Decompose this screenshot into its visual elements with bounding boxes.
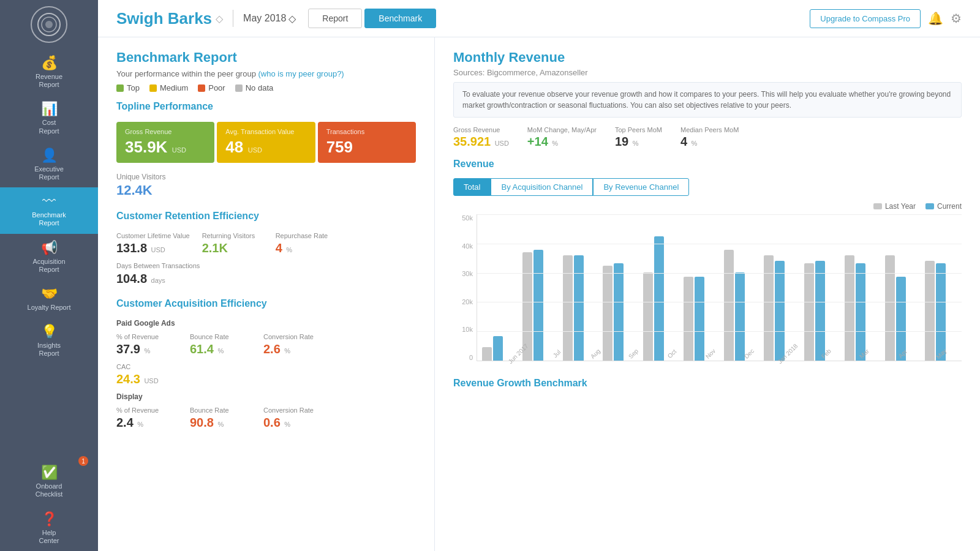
transactions-card: Transactions 759 [318, 122, 416, 163]
sidebar-item-acquisition[interactable]: 📢 AcquisitionReport [0, 234, 98, 280]
date-picker[interactable]: May 2018 ◇ [243, 13, 296, 24]
metric-cards: Gross Revenue 35.9K USD Avg. Transaction… [116, 122, 416, 163]
bar-group-3 [603, 263, 639, 361]
days-between-metric: Days Between Transactions 104.8 days [116, 261, 200, 285]
days-between-unit: days [151, 277, 165, 284]
app-title: Swigh Barks [116, 9, 212, 28]
cac-unit: USD [144, 377, 158, 384]
sidebar-item-benchmark[interactable]: 〰 BenchmarkReport [0, 187, 98, 233]
bar-last-year-10 [885, 255, 895, 361]
svg-point-2 [45, 21, 53, 28]
returning-value: 2.1K [202, 241, 228, 255]
retention-title: Customer Retention Efficiency [116, 211, 416, 224]
settings-icon[interactable]: ⚙ [951, 11, 962, 26]
days-between-label: Days Between Transactions [116, 261, 200, 270]
header-separator [233, 10, 233, 27]
bar-last-year-9 [845, 255, 854, 361]
conversion-rate-value: 2.6 [263, 342, 281, 356]
legend-top: Top [116, 83, 140, 92]
onboard-wrapper: ✅ OnboardChecklist 1 [0, 459, 98, 504]
content-area: Benchmark Report Your performance within… [98, 37, 980, 551]
top-peers-label: Top Peers MoM [615, 126, 662, 133]
clv-value-row: 131.8 USD [116, 241, 190, 255]
legend-current-label: Current [937, 202, 962, 211]
display-pct-revenue-metric: % of Revenue 2.4 % [116, 406, 178, 430]
legend-poor-label: Poor [208, 83, 225, 92]
topline-section: Topline Performance Gross Revenue 35.9K … [116, 101, 416, 198]
legend-last-year-label: Last Year [885, 202, 916, 211]
grid-line-50k [477, 214, 962, 215]
retention-metrics-2: Days Between Transactions 104.8 days [116, 261, 416, 285]
grid-line-10k [477, 331, 962, 332]
mom-change-stat: MoM Change, May/Apr +14 % [527, 126, 597, 149]
gross-revenue-card: Gross Revenue 35.9K USD [116, 122, 214, 163]
bar-current-5 [695, 277, 704, 361]
display-bounce-unit: % [217, 421, 224, 428]
conversion-rate-label: Conversion Rate [263, 332, 325, 341]
upgrade-button[interactable]: Upgrade to Compass Pro [810, 9, 921, 28]
sidebar-item-onboard[interactable]: ✅ OnboardChecklist 1 [0, 459, 98, 504]
sidebar-item-loyalty-label: Loyalty Report [28, 304, 71, 312]
transactions-value-row: 759 [326, 138, 407, 157]
legend-last-year-color [873, 203, 882, 209]
date-chevron: ◇ [288, 13, 296, 24]
sidebar-item-loyalty[interactable]: 🤝 Loyalty Report [0, 280, 98, 318]
display-conversion-label: Conversion Rate [263, 406, 325, 414]
bar-chart-area: 50k 40k 30k 20k 10k 0 [453, 214, 962, 370]
tab-total[interactable]: Total [453, 178, 491, 196]
mom-change-label: MoM Change, May/Apr [527, 126, 597, 133]
legend-current: Current [925, 202, 962, 211]
returning-label: Returning Visitors [202, 231, 263, 240]
clv-metric: Customer Lifetime Value 131.8 USD [116, 231, 190, 255]
help-icon: ❓ [41, 511, 58, 527]
y-label-30k: 30k [453, 270, 473, 277]
transactions-label: Transactions [326, 128, 407, 135]
sidebar-item-insights[interactable]: 💡 InsightsReport [0, 318, 98, 364]
unique-visitors-section: Unique Visitors 12.4K [116, 173, 416, 198]
legend-medium: Medium [149, 83, 188, 92]
y-label-10k: 10k [453, 326, 473, 333]
mom-change-value: +14 [527, 135, 548, 148]
revenue-icon: 💰 [41, 55, 58, 71]
tab-acquisition-channel[interactable]: By Acquisition Channel [491, 178, 593, 196]
sidebar-item-cost[interactable]: 📊 CostReport [0, 95, 98, 141]
grid-line-20k [477, 302, 962, 302]
gross-rev-stat-label: Gross Revenue [453, 126, 509, 133]
sidebar: 💰 RevenueReport 📊 CostReport 👤 Executive… [0, 0, 98, 551]
chart-legend: Last Year Current [453, 202, 962, 211]
sidebar-item-executive[interactable]: 👤 ExecutiveReport [0, 141, 98, 187]
gross-revenue-value: 35.9K [125, 138, 167, 156]
clv-label: Customer Lifetime Value [116, 231, 190, 240]
sidebar-item-revenue[interactable]: 💰 RevenueReport [0, 49, 98, 95]
executive-icon: 👤 [41, 148, 58, 163]
tab-revenue-channel[interactable]: By Revenue Channel [593, 178, 689, 196]
top-peers-value: 19 [615, 135, 628, 148]
y-label-40k: 40k [453, 242, 473, 250]
edit-icon[interactable]: ◇ [216, 13, 223, 24]
legend-current-color [925, 203, 934, 209]
monthly-revenue-title: Monthly Revenue [453, 50, 962, 66]
cac-label: CAC [116, 362, 178, 371]
grid-line-40k [477, 244, 962, 244]
bar-current-4 [654, 236, 664, 361]
report-tab-btn[interactable]: Report [308, 9, 362, 28]
sidebar-item-help[interactable]: ❓ HelpCenter [0, 505, 98, 551]
legend-poor-dot [198, 84, 205, 92]
legend-nodata-dot [235, 84, 243, 92]
median-peers-value: 4 [680, 135, 687, 148]
y-label-50k: 50k [453, 214, 473, 222]
notification-icon[interactable]: 🔔 [928, 11, 943, 26]
display-conversion-unit: % [284, 421, 290, 428]
revenue-growth-benchmark-label: Revenue Growth Benchmark [453, 378, 962, 389]
days-between-value-row: 104.8 days [116, 272, 200, 286]
legend-nodata-label: No data [246, 83, 274, 92]
repurchase-metric: Repurchase Rate 4 % [276, 231, 337, 255]
onboard-badge: 1 [78, 456, 88, 466]
benchmark-tab-btn[interactable]: Benchmark [364, 9, 436, 28]
peer-group-link[interactable]: (who is my peer group?) [258, 69, 344, 78]
top-peers-stat: Top Peers MoM 19 % [615, 126, 662, 149]
sidebar-item-benchmark-label: BenchmarkReport [32, 211, 66, 227]
bar-current-8 [815, 261, 825, 361]
revenue-chart-title: Revenue [453, 159, 962, 172]
bounce-rate-metric: Bounce Rate 61.4 % [190, 332, 251, 356]
